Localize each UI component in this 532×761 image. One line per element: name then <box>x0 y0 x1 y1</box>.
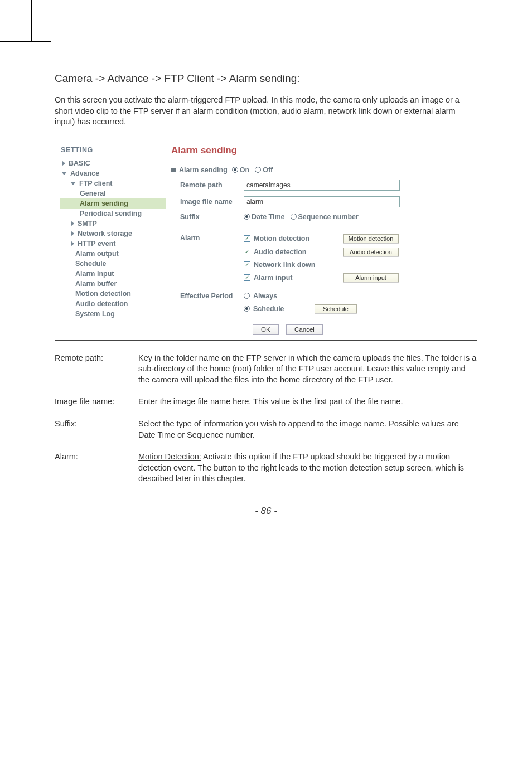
cancel-button[interactable]: Cancel <box>286 324 323 335</box>
settings-panel: SETTING BASIC Advance FTP client General… <box>55 140 477 341</box>
opt-audio-detection-label: Audio detection <box>254 248 343 256</box>
sidebar-item-alarm-input[interactable]: Alarm input <box>60 269 166 279</box>
def-body: Key in the folder name on the FTP server… <box>138 353 477 386</box>
opt-network-link-down: Network link down <box>244 261 472 269</box>
def-suffix: Suffix: Select the type of information y… <box>55 419 477 440</box>
opt-always-label: Always <box>253 292 342 300</box>
radio-on[interactable] <box>232 167 238 173</box>
def-term: Suffix: <box>55 419 138 440</box>
sidebar-item-ftp-client[interactable]: FTP client <box>60 178 166 188</box>
sidebar-title: SETTING <box>61 146 166 154</box>
chevron-right-icon <box>71 241 74 246</box>
checkbox-network-link-down[interactable] <box>244 261 250 268</box>
opt-alarm-input-label: Alarm input <box>254 274 343 282</box>
sidebar-item-label: Motion detection <box>75 290 131 298</box>
radio-off[interactable] <box>255 167 261 173</box>
opt-motion-detection: Motion detection Motion detection <box>244 234 472 243</box>
def-body: Enter the image file name here. This val… <box>138 396 477 408</box>
sidebar-item-schedule[interactable]: Schedule <box>60 259 166 269</box>
sidebar: SETTING BASIC Advance FTP client General… <box>60 144 166 335</box>
sidebar-item-advance[interactable]: Advance <box>60 168 166 178</box>
radio-suffix-date[interactable] <box>244 214 250 220</box>
opt-audio-detection: Audio detection Audio detection <box>244 248 472 256</box>
label-suffix: Suffix <box>171 213 244 221</box>
sidebar-item-motion-detection[interactable]: Motion detection <box>60 289 166 299</box>
sidebar-item-label: Advance <box>70 169 99 177</box>
label-effective-period: Effective Period <box>171 292 244 300</box>
sidebar-item-alarm-sending[interactable]: Alarm sending <box>60 198 166 209</box>
schedule-button[interactable]: Schedule <box>315 304 357 313</box>
radio-off-label: Off <box>263 166 273 174</box>
chevron-right-icon <box>71 221 74 226</box>
radio-schedule[interactable] <box>244 306 250 312</box>
chevron-right-icon <box>62 161 65 166</box>
radio-suffix-date-label: Date Time <box>252 213 285 221</box>
label-image-file-name: Image file name <box>171 198 244 206</box>
input-image-file-name[interactable] <box>244 196 400 207</box>
def-alarm: Alarm: Motion Detection: Activate this o… <box>55 452 477 484</box>
pane-title: Alarm sending <box>171 145 472 156</box>
input-remote-path[interactable] <box>244 180 400 191</box>
sidebar-item-audio-detection[interactable]: Audio detection <box>60 299 166 309</box>
def-image-file-name: Image file name: Enter the image file na… <box>55 396 477 408</box>
sidebar-item-label: Schedule <box>75 260 107 268</box>
sidebar-item-system-log[interactable]: System Log <box>60 309 166 319</box>
def-body: Select the type of information you wish … <box>138 419 477 440</box>
sidebar-item-label: Periodical sending <box>80 210 142 217</box>
sidebar-item-label: General <box>80 190 106 197</box>
label-remote-path: Remote path <box>171 181 244 189</box>
ok-button[interactable]: OK <box>253 324 279 335</box>
page-heading: Camera -> Advance -> FTP Client -> Alarm… <box>55 72 477 85</box>
chevron-down-icon <box>70 182 76 185</box>
checkbox-alarm-input[interactable] <box>244 274 250 281</box>
sidebar-item-alarm-buffer[interactable]: Alarm buffer <box>60 279 166 289</box>
sidebar-item-general[interactable]: General <box>60 188 166 198</box>
sidebar-item-periodical-sending[interactable]: Periodical sending <box>60 209 166 219</box>
checkbox-motion-detection[interactable] <box>244 235 250 242</box>
chevron-right-icon <box>71 231 74 236</box>
opt-motion-detection-label: Motion detection <box>254 235 343 243</box>
sidebar-item-label: HTTP event <box>78 240 116 248</box>
motion-detection-button[interactable]: Motion detection <box>343 234 399 243</box>
radio-always[interactable] <box>244 293 250 299</box>
row-suffix: Suffix Date Time Sequence number <box>171 213 472 221</box>
sidebar-item-label: Alarm input <box>75 270 114 278</box>
sidebar-item-http-event[interactable]: HTTP event <box>60 239 166 249</box>
def-term: Alarm: <box>55 452 138 484</box>
label-alarm-sending: Alarm sending <box>179 166 228 174</box>
sidebar-item-label: FTP client <box>79 180 113 187</box>
main-pane: Alarm sending Alarm sending On Off Remot… <box>166 144 472 335</box>
opt-alarm-input: Alarm input Alarm input <box>244 273 472 282</box>
square-bullet-icon <box>171 168 176 172</box>
opt-always: Always <box>244 292 472 300</box>
def-term: Remote path: <box>55 353 138 386</box>
radio-suffix-seq[interactable] <box>291 214 297 220</box>
def-alarm-underline: Motion Detection: <box>138 452 201 461</box>
checkbox-audio-detection[interactable] <box>244 249 250 255</box>
sidebar-item-label: SMTP <box>78 220 97 227</box>
chevron-down-icon <box>61 172 67 175</box>
sidebar-item-label: Audio detection <box>75 300 128 308</box>
intro-text: On this screen you activate the alarm-tr… <box>55 95 477 128</box>
audio-detection-button[interactable]: Audio detection <box>343 248 399 256</box>
opt-schedule: Schedule Schedule <box>244 304 472 313</box>
sidebar-item-label: Alarm buffer <box>75 280 117 288</box>
sidebar-item-label: System Log <box>75 310 115 318</box>
sidebar-item-label: BASIC <box>69 159 90 167</box>
opt-network-link-down-label: Network link down <box>254 261 343 269</box>
opt-schedule-label: Schedule <box>253 305 315 313</box>
sidebar-item-label: Alarm output <box>75 250 119 258</box>
page-number: - 86 - <box>55 506 477 517</box>
sidebar-item-label: Network storage <box>78 230 132 237</box>
sidebar-item-network-storage[interactable]: Network storage <box>60 229 166 239</box>
sidebar-item-smtp[interactable]: SMTP <box>60 219 166 229</box>
row-effective-period: Effective Period Always Schedule Schedul… <box>171 292 472 318</box>
def-term: Image file name: <box>55 396 138 408</box>
alarm-input-button[interactable]: Alarm input <box>343 273 399 282</box>
buttons-row: OK Cancel <box>253 324 472 335</box>
def-remote-path: Remote path: Key in the folder name on t… <box>55 353 477 386</box>
sidebar-item-basic[interactable]: BASIC <box>60 158 166 168</box>
row-image-file-name: Image file name <box>171 196 472 207</box>
def-body: Motion Detection: Activate this option i… <box>138 452 477 484</box>
sidebar-item-alarm-output[interactable]: Alarm output <box>60 249 166 259</box>
